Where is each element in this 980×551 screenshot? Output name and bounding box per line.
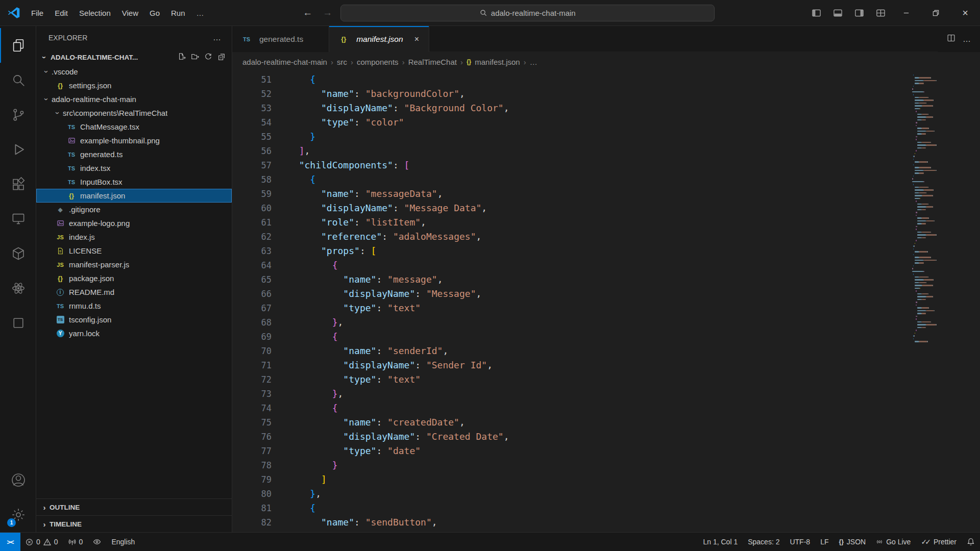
tree-item-settings-json[interactable]: {}settings.json: [36, 79, 232, 92]
code-line[interactable]: 60 "displayName": "Message Data",: [232, 201, 980, 215]
tree-item-readme-md[interactable]: iREADME.md: [36, 285, 232, 299]
prettier-indicator[interactable]: ✓✓ Prettier: [916, 533, 962, 551]
remote-indicator[interactable]: ><: [0, 533, 20, 551]
code-line[interactable]: 52 "name": "backgroundColor",: [232, 87, 980, 101]
code-line[interactable]: 72 "type": "text": [232, 372, 980, 387]
project-root-row[interactable]: › ADALO-REALTIME-CHAT...: [36, 49, 232, 65]
live-preview-icon[interactable]: [0, 306, 36, 340]
settings-gear-icon[interactable]: 1: [0, 497, 36, 532]
outline-section[interactable]: › OUTLINE: [36, 498, 232, 515]
tree-item-license[interactable]: LICENSE: [36, 244, 232, 258]
run-debug-icon[interactable]: [0, 132, 36, 167]
tree-item-inputbox-tsx[interactable]: TSInputBox.tsx: [36, 175, 232, 189]
menu-edit[interactable]: Edit: [49, 6, 74, 20]
breadcrumb-item[interactable]: components: [357, 58, 399, 66]
menu-view[interactable]: View: [116, 6, 144, 20]
extensions-icon[interactable]: [0, 167, 36, 202]
tree-item-manifest-json[interactable]: {}manifest.json: [36, 189, 232, 203]
explorer-icon[interactable]: [0, 28, 36, 63]
tree-item-src-components-realtimechat[interactable]: ›src\components\RealTimeChat: [36, 106, 232, 120]
code-line[interactable]: 58 {: [232, 172, 980, 187]
back-button[interactable]: ←: [301, 7, 314, 18]
account-icon[interactable]: [0, 463, 36, 497]
forward-button[interactable]: →: [321, 7, 334, 18]
customize-layout-icon[interactable]: [870, 0, 891, 26]
source-control-icon[interactable]: [0, 97, 36, 132]
code-line[interactable]: 79 ]: [232, 472, 980, 487]
timeline-section[interactable]: › TIMELINE: [36, 515, 232, 532]
tree-item-index-js[interactable]: JSindex.js: [36, 230, 232, 244]
code-line[interactable]: 53 "displayName": "Background Color",: [232, 101, 980, 115]
tree-item-adalo-realtime-chat-main[interactable]: ›adalo-realtime-chat-main: [36, 92, 232, 106]
views-more-button[interactable]: …: [213, 33, 222, 42]
code-line[interactable]: 62 "reference": "adaloMessages",: [232, 230, 980, 244]
preview-toggle[interactable]: [88, 533, 106, 551]
code-line[interactable]: 61 "role": "listItem",: [232, 215, 980, 230]
code-line[interactable]: 55 }: [232, 130, 980, 144]
language-mode[interactable]: {} JSON: [834, 533, 871, 551]
tree-item-example-logo-png[interactable]: example-logo.png: [36, 216, 232, 230]
tree-item-generated-ts[interactable]: TSgenerated.ts: [36, 147, 232, 161]
restore-button[interactable]: [921, 0, 950, 26]
tree-item-vscode[interactable]: ›.vscode: [36, 65, 232, 79]
toggle-sidebar-icon[interactable]: [805, 0, 827, 26]
tree-item-chatmessage-tsx[interactable]: TSChatMessage.tsx: [36, 120, 232, 134]
collapse-all-icon[interactable]: [217, 53, 226, 62]
code-line[interactable]: 64 {: [232, 258, 980, 272]
package-icon[interactable]: [0, 236, 36, 271]
toggle-secondary-sidebar-icon[interactable]: [848, 0, 870, 26]
notifications-bell[interactable]: [962, 533, 980, 551]
code-line[interactable]: 66 "displayName": "Message",: [232, 287, 980, 301]
code-line[interactable]: 76 "displayName": "Created Date",: [232, 430, 980, 444]
atom-icon[interactable]: [0, 271, 36, 306]
close-button[interactable]: ×: [950, 0, 980, 26]
tab-manifest-json[interactable]: {} manifest.json ×: [329, 26, 429, 52]
tree-item-package-json[interactable]: {}package.json: [36, 271, 232, 285]
menu-overflow-button[interactable]: …: [191, 6, 210, 20]
code-line[interactable]: 54 "type": "color": [232, 115, 980, 130]
breadcrumb-item[interactable]: …: [530, 58, 537, 66]
code-line[interactable]: 63 "props": [: [232, 244, 980, 258]
minimize-button[interactable]: [891, 0, 921, 26]
indentation-indicator[interactable]: Spaces: 2: [743, 533, 785, 551]
tree-item-yarn-lock[interactable]: Yyarn.lock: [36, 327, 232, 340]
toggle-panel-icon[interactable]: [827, 0, 848, 26]
minimap[interactable]: [911, 73, 943, 343]
code-line[interactable]: 59 "name": "messageData",: [232, 187, 980, 201]
code-line[interactable]: 81 {: [232, 501, 980, 515]
menu-file[interactable]: File: [26, 6, 49, 20]
breadcrumb-item[interactable]: RealTimeChat: [408, 58, 457, 66]
tree-item-index-tsx[interactable]: TSindex.tsx: [36, 161, 232, 175]
breadcrumb-item[interactable]: manifest.json: [475, 58, 520, 66]
menu-run[interactable]: Run: [165, 6, 191, 20]
command-center-search[interactable]: adalo-realtime-chat-main: [340, 5, 715, 21]
eol-indicator[interactable]: LF: [815, 533, 834, 551]
tree-item-rnmu-d-ts[interactable]: TSrnmu.d.ts: [36, 299, 232, 313]
code-line[interactable]: 77 "type": "date": [232, 444, 980, 458]
tree-item-gitignore[interactable]: ◆.gitignore: [36, 203, 232, 216]
ports-indicator[interactable]: 0: [63, 533, 88, 551]
code-line[interactable]: 75 "name": "createdDate",: [232, 415, 980, 430]
menu-go[interactable]: Go: [144, 6, 165, 20]
breadcrumb-item[interactable]: adalo-realtime-chat-main: [242, 58, 327, 66]
remote-explorer-icon[interactable]: [0, 202, 36, 236]
problems-indicator[interactable]: 0 0: [20, 533, 63, 551]
code-line[interactable]: 82 "name": "sendButton",: [232, 515, 980, 530]
new-file-icon[interactable]: [178, 53, 186, 62]
tree-item-tsconfig-json[interactable]: TStsconfig.json: [36, 313, 232, 327]
code-editor[interactable]: 51 {52 "name": "backgroundColor",53 "dis…: [232, 71, 980, 532]
code-line[interactable]: 73 },: [232, 387, 980, 401]
encoding-indicator[interactable]: UTF-8: [785, 533, 815, 551]
code-line[interactable]: 69 {: [232, 330, 980, 344]
close-icon[interactable]: ×: [312, 35, 322, 44]
code-line[interactable]: 67 "type": "text": [232, 301, 980, 315]
tab-generated-ts[interactable]: TS generated.ts ×: [232, 26, 329, 52]
code-line[interactable]: 80 },: [232, 487, 980, 501]
code-line[interactable]: 51 {: [232, 72, 980, 87]
language-indicator[interactable]: English: [106, 533, 140, 551]
code-line[interactable]: 56 ],: [232, 144, 980, 158]
breadcrumb-item[interactable]: src: [337, 58, 347, 66]
code-line[interactable]: 78 }: [232, 458, 980, 472]
tree-item-example-thumbnail-png[interactable]: example-thumbnail.png: [36, 134, 232, 147]
refresh-icon[interactable]: [204, 53, 212, 62]
